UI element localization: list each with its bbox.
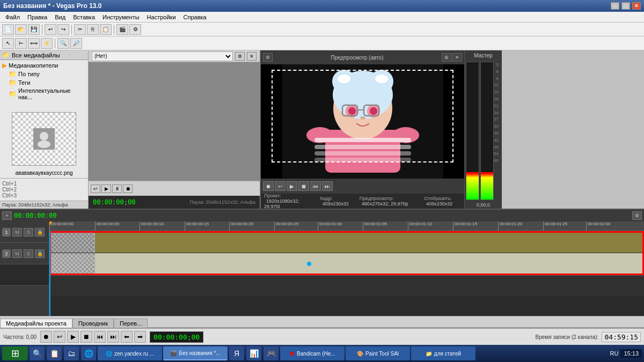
minimize-button[interactable]: ─ bbox=[611, 2, 619, 10]
preview-res-label: Предпросмотр: 480x270x32; 29,970p bbox=[360, 196, 413, 206]
record-time-area: Время записи (2 канала): 04:59:15 bbox=[536, 332, 641, 342]
preview-close-btn[interactable]: ✕ bbox=[452, 53, 462, 62]
track-3-control bbox=[0, 264, 49, 286]
taskbar-icon-5[interactable]: Я bbox=[229, 346, 244, 360]
copy-btn[interactable]: ⎘ bbox=[87, 24, 99, 35]
folder-tags[interactable]: 📁 Теги bbox=[1, 78, 87, 87]
preview-dropdown[interactable]: (Нет) bbox=[92, 51, 233, 61]
track-1-lock[interactable]: 🔒 bbox=[35, 228, 45, 237]
slip-btn[interactable]: ⟺ bbox=[28, 38, 40, 49]
taskbar-app-1[interactable]: 🌐 zen.yandex.ru ... bbox=[98, 346, 162, 360]
track-1-lane[interactable] bbox=[49, 231, 644, 253]
loop-btn-small[interactable]: ↩ bbox=[91, 184, 100, 193]
transport-forward[interactable]: ⏭ bbox=[107, 331, 119, 343]
menu-view[interactable]: Вид bbox=[52, 13, 69, 21]
transport-step-fwd[interactable]: ➡ bbox=[134, 331, 146, 343]
transport-step-back[interactable]: ⬅ bbox=[121, 331, 133, 343]
play-btn-small[interactable]: ▶ bbox=[101, 184, 111, 193]
taskbar-icon-7[interactable]: 🎮 bbox=[264, 346, 279, 360]
taskbar-app-articles[interactable]: 📁 для статей bbox=[411, 346, 475, 360]
settings-btn[interactable]: ⚙ bbox=[129, 24, 141, 35]
menu-file[interactable]: Файл bbox=[2, 13, 23, 21]
timeline-tracks[interactable]: 00:00:00:00 00:00:00:05 00:00:00:10 00:0… bbox=[49, 221, 644, 316]
pause-btn-small[interactable]: ⏸ bbox=[112, 184, 122, 193]
ruler-mark-12: 00:00:02:00 bbox=[586, 221, 610, 231]
app-bandicam-label: Bandicam (Не... bbox=[297, 351, 335, 357]
track-1-clip[interactable] bbox=[49, 231, 95, 253]
media-shortcuts: Ctrl+1 Ctrl+2 Ctrl+3 bbox=[0, 178, 88, 201]
transport-loop[interactable]: ↩ bbox=[54, 331, 65, 343]
menu-bar: Файл Правка Вид Вставка Инструменты Наст… bbox=[0, 12, 644, 23]
taskbar-icon-3[interactable]: 🗂 bbox=[64, 346, 79, 360]
paste-btn[interactable]: 📋 bbox=[100, 24, 112, 35]
taskbar-icon-4[interactable]: 🌐 bbox=[81, 346, 96, 360]
redo-btn[interactable]: ↪ bbox=[57, 24, 69, 35]
menu-help[interactable]: Справка bbox=[180, 13, 210, 21]
transport-record[interactable]: ⏺ bbox=[40, 331, 52, 343]
lang-indicator: RU bbox=[610, 350, 619, 357]
track-2-control: 2 M S 🔒 bbox=[0, 243, 49, 264]
prev-stop-btn[interactable]: ⏹ bbox=[298, 181, 309, 191]
prev-back-btn[interactable]: ⏮ bbox=[310, 181, 321, 191]
render-btn[interactable]: 🎬 bbox=[116, 24, 128, 35]
transport-bar: Частота: 0,00 ⏺ ↩ ▶ ⏹ ⏮ ⏭ ⬅ ➡ 00:00:00;0… bbox=[0, 328, 644, 345]
tab-media-files[interactable]: Медиафайлы проекта bbox=[0, 319, 72, 328]
app-2-icon: 🎬 bbox=[170, 350, 177, 356]
preview-ctrl-1[interactable]: ⚙ bbox=[235, 52, 245, 61]
prev-record-btn[interactable]: ⏺ bbox=[263, 181, 274, 191]
track-2-solo[interactable]: S bbox=[24, 249, 33, 258]
timeline-collapse-btn[interactable]: + bbox=[2, 211, 12, 220]
menu-edit[interactable]: Правка bbox=[24, 13, 50, 21]
select-btn[interactable]: ↖ bbox=[2, 38, 14, 49]
bottom-tabs: Медиафайлы проекта Проводник Перев... bbox=[0, 316, 644, 328]
taskbar-icon-2[interactable]: 📋 bbox=[47, 346, 62, 360]
prev-fwd-btn[interactable]: ⏭ bbox=[322, 181, 333, 191]
ruler-mark-2: 00:00:00:10 bbox=[140, 221, 164, 231]
preview-ctrl-2[interactable]: ✕ bbox=[247, 52, 257, 61]
playhead[interactable] bbox=[49, 231, 50, 316]
transport-stop[interactable]: ⏹ bbox=[80, 331, 92, 343]
menu-insert[interactable]: Вставка bbox=[70, 13, 98, 21]
new-btn[interactable]: 📄 bbox=[2, 24, 14, 35]
open-btn[interactable]: 📂 bbox=[15, 24, 27, 35]
folder-smart[interactable]: 📁 Интеллектуальные нак... bbox=[1, 87, 87, 101]
trim-btn[interactable]: ⊢ bbox=[15, 38, 27, 49]
timeline-settings-btn[interactable]: ⚙ bbox=[632, 211, 642, 220]
track-2-lock[interactable]: 🔒 bbox=[35, 249, 45, 258]
transport-play[interactable]: ▶ bbox=[67, 331, 79, 343]
prev-play-btn[interactable]: ▶ bbox=[287, 181, 297, 191]
folder-bytype[interactable]: 📁 По типу bbox=[1, 70, 87, 78]
track-2-clip[interactable] bbox=[49, 253, 95, 275]
zoom-in-btn[interactable]: 🔍 bbox=[57, 38, 69, 49]
stop-btn-small[interactable]: ⏹ bbox=[123, 184, 133, 193]
tracks-area[interactable] bbox=[49, 231, 644, 316]
taskbar-icon-6[interactable]: 📊 bbox=[246, 346, 261, 360]
folder-media[interactable]: ▶ Медианакопители bbox=[1, 61, 87, 70]
maximize-button[interactable]: □ bbox=[621, 2, 630, 10]
volume-label: Мастер bbox=[472, 50, 495, 61]
taskbar-app-painttool[interactable]: 🎨 Paint Tool SAl bbox=[346, 346, 410, 360]
save-btn[interactable]: 💾 bbox=[28, 24, 40, 35]
split-btn[interactable]: ⚡ bbox=[41, 38, 53, 49]
tab-explorer[interactable]: Проводник bbox=[72, 319, 114, 328]
menu-settings[interactable]: Настройки bbox=[144, 13, 179, 21]
menu-tools[interactable]: Инструменты bbox=[99, 13, 143, 21]
taskbar-icon-1[interactable]: 🔍 bbox=[30, 346, 45, 360]
track-2-mute[interactable]: M bbox=[12, 249, 22, 258]
cut-btn[interactable]: ✂ bbox=[74, 24, 86, 35]
preview-grid-btn[interactable]: ⊞ bbox=[442, 53, 451, 62]
prev-loop-btn[interactable]: ↩ bbox=[275, 181, 286, 191]
preview-settings-btn[interactable]: ⚙ bbox=[263, 53, 273, 62]
close-button[interactable]: ✕ bbox=[632, 2, 641, 10]
track-1-mute[interactable]: M bbox=[12, 228, 22, 237]
start-button[interactable]: ⊞ bbox=[2, 346, 28, 360]
undo-btn[interactable]: ↩ bbox=[45, 24, 56, 35]
tab-translate[interactable]: Перев... bbox=[114, 319, 148, 328]
folder-tree[interactable]: ▶ Медианакопители 📁 По типу 📁 Теги 📁 Инт… bbox=[0, 60, 88, 108]
transport-back[interactable]: ⏮ bbox=[94, 331, 106, 343]
taskbar-app-2[interactable]: 🎬 Без названия *... bbox=[163, 346, 228, 360]
track-2-lane[interactable] bbox=[49, 253, 644, 275]
track-1-solo[interactable]: S bbox=[24, 228, 33, 237]
taskbar-app-bandicam[interactable]: ● Bandicam (Не... bbox=[280, 346, 345, 360]
zoom-out-btn[interactable]: 🔎 bbox=[70, 38, 82, 49]
